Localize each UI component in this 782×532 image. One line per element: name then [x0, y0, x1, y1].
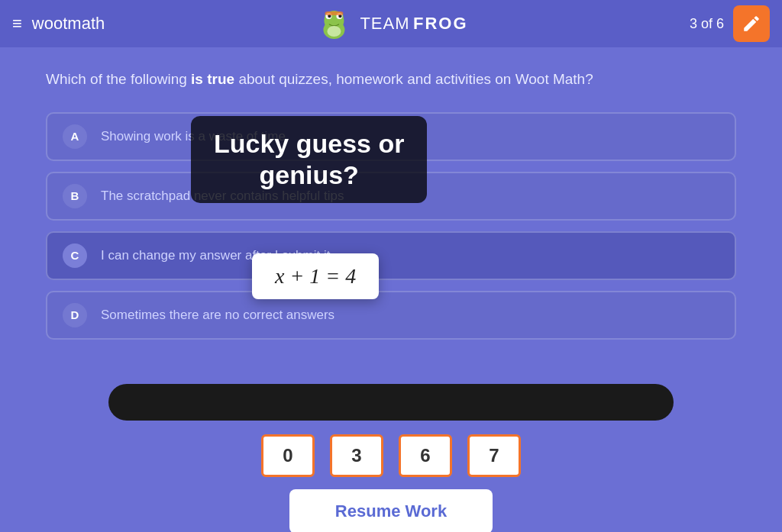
number-key-3[interactable]: 3 [330, 434, 383, 477]
main-content: Which of the following is true about qui… [0, 47, 782, 376]
option-b-letter: B [63, 184, 87, 208]
option-d-text: Sometimes there are no correct answers [101, 308, 334, 323]
equation-overlay: x + 1 = 4 [252, 253, 379, 299]
team-name: FROG [413, 14, 468, 33]
team-section: TEAM FROG [314, 4, 467, 44]
number-key-0[interactable]: 0 [261, 434, 315, 477]
svg-rect-9 [325, 11, 343, 15]
option-d-letter: D [63, 303, 87, 327]
team-label: TEAM [360, 14, 409, 33]
option-a-letter: A [63, 124, 87, 149]
question-prefix: Which of the following [46, 71, 191, 87]
menu-icon[interactable]: ≡ [12, 14, 21, 34]
resume-section: Resume Work [0, 489, 782, 533]
edit-button[interactable] [733, 5, 770, 42]
frog-mascot-icon [314, 4, 354, 44]
number-key-6[interactable]: 6 [399, 434, 452, 477]
option-c[interactable]: C I can change my answer after I submit … [46, 231, 736, 280]
input-bar[interactable] [108, 384, 674, 421]
resume-button[interactable]: Resume Work [289, 489, 493, 533]
input-section: 0 3 6 7 [0, 384, 782, 477]
question-bold: is true [191, 71, 234, 87]
pencil-icon [742, 14, 761, 34]
header: ≡ wootmath TEAM FROG [0, 0, 782, 47]
question-suffix: about quizzes, homework and activities o… [234, 71, 593, 87]
header-right: 3 of 6 [690, 5, 770, 42]
progress-text: 3 of 6 [690, 16, 724, 32]
lucky-guess-line2: genius? [214, 160, 404, 191]
option-c-letter: C [63, 243, 87, 268]
number-pad: 0 3 6 7 [261, 434, 521, 477]
svg-point-8 [327, 26, 341, 37]
number-key-7[interactable]: 7 [467, 434, 521, 477]
lucky-guess-overlay: Lucky guess or genius? [191, 116, 427, 203]
lucky-guess-line1: Lucky guess or [214, 128, 404, 160]
logo-text: wootmath [32, 14, 105, 34]
question-text: Which of the following is true about qui… [46, 69, 736, 91]
option-d[interactable]: D Sometimes there are no correct answers [46, 291, 736, 340]
equation-text: x + 1 = 4 [275, 264, 356, 288]
team-name-section: TEAM FROG [360, 14, 467, 34]
